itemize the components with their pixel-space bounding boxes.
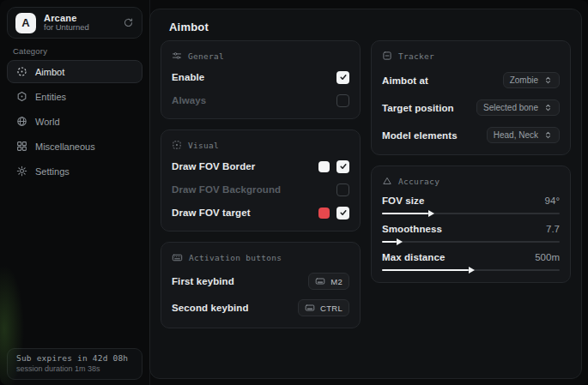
sliders-icon	[172, 51, 182, 61]
app-window: A Arcane for Unturned Category Aimbot	[0, 0, 588, 385]
slider-thumb[interactable]	[382, 213, 428, 214]
setting-row-always: Always	[172, 93, 349, 107]
triangle-icon	[382, 176, 392, 186]
fov-size-slider[interactable]	[382, 213, 560, 214]
fov-background-checkbox[interactable]	[336, 183, 349, 196]
check-icon	[339, 73, 348, 81]
fov-size-value: 94°	[545, 196, 560, 206]
session-duration: session duration 1m 38s	[16, 364, 133, 373]
fov-border-color-swatch[interactable]	[318, 161, 330, 172]
panel-title: Accuracy	[398, 177, 439, 186]
slider-thumb[interactable]	[382, 241, 397, 243]
setting-row-second-keybind: Second keybind CTRL	[172, 299, 349, 316]
smoothness-value: 7.7	[546, 224, 560, 234]
accuracy-panel: Accuracy FOV size 94° Smoothness	[371, 165, 571, 283]
category-label: Category	[13, 46, 47, 56]
setting-row-model-elements: Model elements Head, Neck	[382, 127, 560, 143]
check-icon	[339, 162, 348, 171]
slider-thumb[interactable]	[382, 269, 469, 271]
setting-row-aimbot-at: Aimbot at Zombie	[382, 72, 560, 88]
target-position-select[interactable]: Selected bone	[476, 99, 560, 116]
fov-target-checkbox[interactable]	[336, 207, 349, 220]
crosshair-icon	[16, 66, 27, 77]
panel-title: Visual	[188, 141, 219, 150]
globe-icon	[16, 116, 27, 127]
panel-title: General	[188, 51, 224, 61]
page-title: Aimbot	[169, 21, 209, 33]
panel-title: Activation buttons	[189, 253, 282, 262]
smoothness-slider[interactable]	[382, 241, 560, 243]
sidebar-item-label: Settings	[35, 166, 70, 177]
focus-icon	[172, 140, 182, 150]
app-subtitle: for Unturned	[44, 23, 115, 33]
subscription-expiry: Sub expires in 42d 08h	[16, 353, 133, 363]
minus-square-icon	[382, 51, 392, 61]
keyboard-icon	[305, 303, 315, 313]
entities-icon	[16, 91, 27, 102]
setting-row-smoothness: Smoothness 7.7	[382, 224, 560, 243]
max-distance-slider[interactable]	[382, 269, 560, 271]
gear-icon	[16, 165, 27, 177]
fov-target-color-swatch[interactable]	[318, 208, 330, 219]
sidebar-item-label: Entities	[35, 92, 66, 102]
panel-title: Tracker	[398, 51, 434, 61]
setting-row-enable: Enable	[172, 70, 349, 84]
main-panel: Aimbot General Enable	[149, 9, 582, 379]
chevrons-up-down-icon	[543, 103, 553, 112]
enable-checkbox[interactable]	[336, 71, 349, 84]
sidebar-nav: Aimbot Entities World	[7, 60, 142, 183]
first-keybind-button[interactable]: M2	[308, 273, 349, 290]
always-checkbox[interactable]	[336, 94, 349, 107]
sidebar: A Arcane for Unturned Category Aimbot	[0, 0, 150, 385]
subscription-card: Sub expires in 42d 08h session duration …	[7, 348, 142, 380]
fov-border-checkbox[interactable]	[336, 160, 349, 173]
setting-row-max-distance: Max distance 500m	[382, 252, 560, 271]
app-logo: A	[15, 13, 36, 33]
sidebar-item-label: Aimbot	[35, 67, 64, 77]
setting-row-target-position: Target position Selected bone	[382, 99, 560, 116]
aimbot-at-select[interactable]: Zombie	[503, 72, 560, 88]
sidebar-item-settings[interactable]: Settings	[7, 159, 142, 183]
keyboard-icon	[172, 252, 183, 263]
activation-panel: Activation buttons First keybind M2	[161, 242, 361, 328]
check-icon	[339, 208, 348, 217]
setting-row-fov-background: Draw FOV Background	[172, 183, 349, 196]
sidebar-item-label: World	[35, 117, 60, 127]
setting-row-fov-size: FOV size 94°	[382, 196, 560, 214]
max-distance-value: 500m	[535, 252, 560, 262]
sidebar-item-aimbot[interactable]: Aimbot	[7, 60, 142, 83]
visual-panel: Visual Draw FOV Border Draw FOV Backgrou…	[161, 129, 361, 232]
chevrons-up-down-icon	[543, 75, 553, 85]
keyboard-icon	[315, 276, 325, 286]
sidebar-item-entities[interactable]: Entities	[7, 85, 142, 108]
setting-row-fov-target: Draw FOV target	[172, 206, 349, 220]
setting-row-fov-border: Draw FOV Border	[172, 159, 349, 173]
grid-icon	[16, 141, 27, 152]
refresh-icon[interactable]	[123, 17, 134, 28]
chevrons-up-down-icon	[543, 130, 553, 140]
model-elements-select[interactable]: Head, Neck	[487, 127, 560, 143]
setting-row-first-keybind: First keybind M2	[172, 273, 349, 290]
sidebar-item-world[interactable]: World	[7, 110, 142, 133]
tracker-panel: Tracker Aimbot at Zombie Target position	[371, 40, 571, 155]
brand-card: A Arcane for Unturned	[7, 7, 142, 39]
general-panel: General Enable Always	[161, 40, 361, 119]
sidebar-item-label: Miscellaneous	[35, 141, 95, 152]
second-keybind-button[interactable]: CTRL	[298, 299, 349, 316]
sidebar-item-miscellaneous[interactable]: Miscellaneous	[7, 135, 142, 158]
